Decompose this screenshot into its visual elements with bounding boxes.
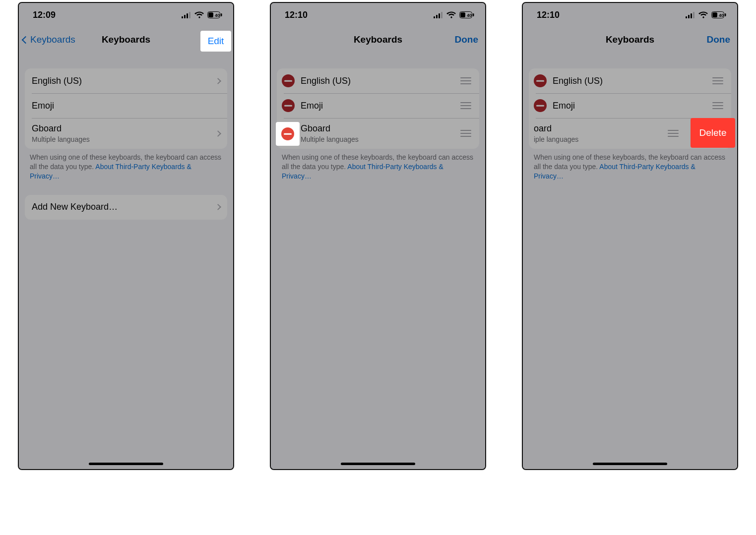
keyboard-row[interactable]: Emoji xyxy=(277,93,479,118)
keyboard-row[interactable]: English (US) xyxy=(277,68,479,93)
keyboard-sub-truncated: iple languages xyxy=(534,135,661,144)
keyboard-row[interactable]: Gboard Multiple languages xyxy=(25,118,227,149)
done-button[interactable]: Done xyxy=(455,34,479,45)
add-keyboard-group: Add New Keyboard… xyxy=(25,195,227,220)
svg-text:40: 40 xyxy=(467,13,472,18)
svg-text:40: 40 xyxy=(719,13,724,18)
clock: 12:10 xyxy=(537,10,560,20)
svg-rect-5 xyxy=(208,12,213,17)
add-keyboard-row[interactable]: Add New Keyboard… xyxy=(25,195,227,220)
reorder-handle[interactable] xyxy=(459,130,472,137)
svg-rect-18 xyxy=(691,13,692,18)
reorder-handle[interactable] xyxy=(667,130,680,137)
battery-icon: 40 xyxy=(459,11,474,18)
battery-icon: 40 xyxy=(207,11,222,18)
keyboard-row[interactable]: English (US) xyxy=(25,68,227,93)
svg-rect-9 xyxy=(436,15,438,18)
nav-bar: Keyboards Done xyxy=(523,27,737,53)
status-bar: 12:10 40 xyxy=(271,3,485,27)
chevron-right-icon xyxy=(215,130,221,137)
svg-rect-3 xyxy=(189,12,190,18)
svg-rect-17 xyxy=(688,15,690,18)
cellular-icon xyxy=(434,12,443,18)
keyboard-name: English (US) xyxy=(32,75,216,87)
wifi-icon xyxy=(194,11,204,18)
phone-frame-1: 12:09 40 Keyboards xyxy=(18,2,234,470)
keyboard-list: English (US) Emoji Gboard Multiple langu… xyxy=(25,68,227,149)
remove-icon[interactable] xyxy=(282,99,295,112)
chevron-right-icon xyxy=(215,204,221,210)
nav-bar: Keyboards Done xyxy=(271,27,485,53)
svg-rect-21 xyxy=(712,12,717,17)
phone-frame-3: 12:10 40 Keyboards Done xyxy=(522,2,738,470)
reorder-handle[interactable] xyxy=(459,77,472,84)
svg-rect-8 xyxy=(434,16,435,18)
privacy-footer: When using one of these keyboards, the k… xyxy=(534,153,726,181)
wifi-icon xyxy=(698,11,708,18)
cellular-icon xyxy=(686,12,695,18)
chevron-right-icon xyxy=(215,78,221,84)
clock: 12:10 xyxy=(285,10,308,20)
back-label: Keyboards xyxy=(30,34,75,45)
keyboard-row[interactable]: Gboard Multiple languages xyxy=(277,118,479,149)
svg-rect-10 xyxy=(439,13,440,18)
home-indicator[interactable] xyxy=(341,463,415,465)
reorder-handle[interactable] xyxy=(459,102,472,109)
keyboard-row[interactable]: Emoji xyxy=(25,93,227,118)
keyboard-name: Emoji xyxy=(32,100,220,112)
keyboard-list: English (US) Emoji Gboard Multiple langu… xyxy=(277,68,479,149)
keyboard-name-truncated: oard xyxy=(534,123,661,134)
nav-title: Keyboards xyxy=(354,34,402,45)
remove-icon[interactable] xyxy=(534,99,547,112)
remove-icon[interactable] xyxy=(281,127,294,140)
svg-rect-1 xyxy=(184,15,186,18)
keyboard-name: Emoji xyxy=(301,100,453,112)
svg-rect-0 xyxy=(182,16,183,18)
keyboard-name: Gboard xyxy=(301,123,453,134)
battery-icon: 40 xyxy=(711,11,726,18)
back-button[interactable]: Keyboards xyxy=(23,34,75,45)
svg-rect-14 xyxy=(473,13,474,16)
svg-rect-16 xyxy=(686,16,687,18)
status-bar: 12:09 40 xyxy=(19,3,233,27)
keyboard-name: English (US) xyxy=(553,75,705,87)
delete-button[interactable]: Delete xyxy=(691,118,735,148)
edit-button-highlight[interactable]: Edit xyxy=(200,31,231,52)
done-button[interactable]: Done xyxy=(707,34,731,45)
keyboard-name: Emoji xyxy=(553,100,705,112)
chevron-left-icon xyxy=(22,36,30,44)
remove-gboard-highlight[interactable] xyxy=(276,122,300,146)
keyboard-sub: Multiple languages xyxy=(301,135,453,144)
home-indicator[interactable] xyxy=(593,463,667,465)
svg-rect-6 xyxy=(221,13,222,16)
cellular-icon xyxy=(182,12,191,18)
svg-rect-19 xyxy=(693,12,694,18)
svg-text:40: 40 xyxy=(215,13,220,18)
keyboard-name: Gboard xyxy=(32,123,216,134)
remove-icon[interactable] xyxy=(534,74,547,87)
keyboard-name: English (US) xyxy=(301,75,453,87)
wifi-icon xyxy=(446,11,456,18)
nav-title: Keyboards xyxy=(102,34,150,45)
keyboard-sub: Multiple languages xyxy=(32,135,216,144)
privacy-footer: When using one of these keyboards, the k… xyxy=(282,153,474,181)
add-keyboard-label: Add New Keyboard… xyxy=(32,201,216,213)
clock: 12:09 xyxy=(33,10,56,20)
status-bar: 12:10 40 xyxy=(523,3,737,27)
nav-title: Keyboards xyxy=(606,34,654,45)
svg-rect-11 xyxy=(441,12,442,18)
reorder-handle[interactable] xyxy=(711,102,724,109)
svg-rect-13 xyxy=(460,12,465,17)
remove-icon[interactable] xyxy=(282,74,295,87)
keyboard-row[interactable]: English (US) xyxy=(529,68,731,93)
reorder-handle[interactable] xyxy=(711,77,724,84)
home-indicator[interactable] xyxy=(89,463,163,465)
svg-rect-2 xyxy=(187,13,188,18)
svg-rect-22 xyxy=(725,13,726,16)
phone-frame-2: 12:10 40 Keyboards Done xyxy=(270,2,486,470)
keyboard-row[interactable]: Emoji xyxy=(529,93,731,118)
privacy-footer: When using one of these keyboards, the k… xyxy=(30,153,222,181)
